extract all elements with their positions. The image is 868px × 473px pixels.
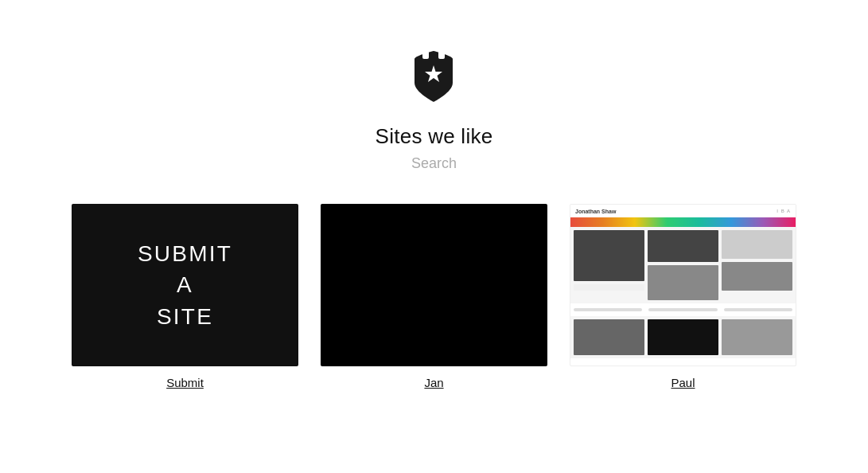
- page-container: Sites we like Search SUBMIT A SITE Submi…: [0, 0, 868, 473]
- submit-text: SUBMIT A SITE: [138, 238, 232, 332]
- paul-header-bar: Jonathan Shaw I B A: [570, 205, 796, 217]
- cards-section: SUBMIT A SITE Submit Jan Jonathan Shaw I…: [0, 204, 868, 389]
- svg-rect-1: [438, 51, 445, 59]
- jan-label[interactable]: Jan: [424, 376, 443, 389]
- submit-label[interactable]: Submit: [166, 376, 204, 389]
- hero-section: Sites we like Search: [376, 0, 493, 204]
- svg-rect-0: [422, 51, 429, 59]
- search-input[interactable]: Search: [411, 155, 457, 172]
- logo-icon: [405, 48, 462, 105]
- submit-thumbnail[interactable]: SUBMIT A SITE: [72, 204, 298, 366]
- paul-bottom-row: [570, 316, 796, 358]
- paul-card-wrapper: Jonathan Shaw I B A: [570, 204, 796, 389]
- paul-card-inner: Jonathan Shaw I B A: [570, 205, 796, 366]
- paul-rainbow-bar: [570, 217, 796, 227]
- jan-card-wrapper: Jan: [321, 204, 547, 389]
- paul-content-grid: [570, 227, 796, 303]
- paul-thumbnail[interactable]: Jonathan Shaw I B A: [570, 204, 796, 366]
- submit-card-wrapper: SUBMIT A SITE Submit: [72, 204, 298, 389]
- paul-label[interactable]: Paul: [671, 376, 695, 389]
- site-title: Sites we like: [376, 124, 493, 149]
- jan-thumbnail[interactable]: [321, 204, 547, 366]
